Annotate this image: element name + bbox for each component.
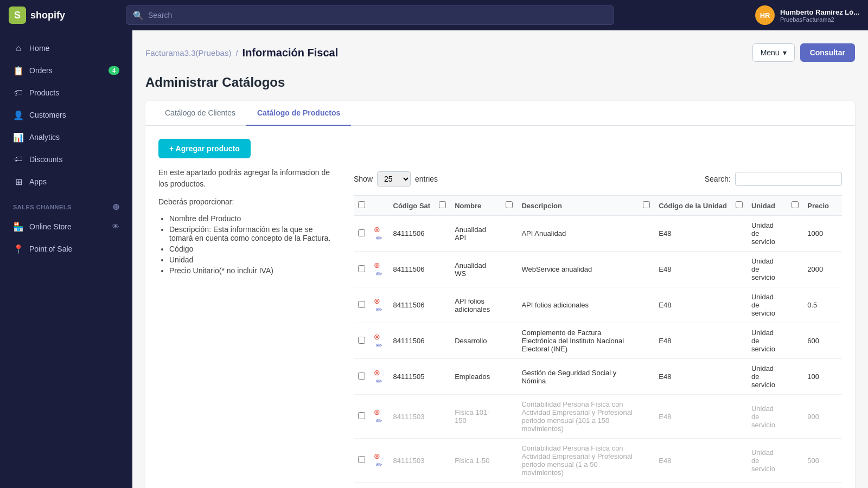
row-checkbox-3[interactable] [358, 337, 365, 344]
cell-descripcion: API folios adicionales [517, 287, 639, 323]
avatar: HR [755, 5, 775, 25]
tab-catalogo-clientes[interactable]: Catálogo de Clientes [154, 101, 246, 126]
cell-descripcion: API Anualidad [517, 216, 639, 252]
sidebar-item-products[interactable]: 🏷 Products [4, 82, 128, 104]
home-icon: ⌂ [13, 43, 24, 54]
point-of-sale-icon: 📍 [13, 243, 24, 254]
cell-descripcion: Contabilidad Persona Física con Activida… [517, 395, 639, 439]
delete-icon-5[interactable]: ⊗ [374, 408, 380, 416]
show-entries-select[interactable]: 10 25 50 100 [377, 171, 411, 187]
cell-nombre: Desarrollo [450, 323, 501, 359]
top-nav: S shopify 🔍 HR Humberto Ramírez Ló... Pr… [0, 0, 868, 30]
prompt-text: Deberás proporcionar: [158, 196, 332, 208]
requirements-list: Nombre del Producto Descripción: Esta in… [158, 214, 332, 275]
cell-codigo-unidad: E48 [654, 287, 731, 323]
cell-codigo-sat: 84111506 [389, 287, 435, 323]
sidebar-item-online-store[interactable]: 🏪 Online Store 👁 [4, 216, 128, 237]
sidebar-item-analytics[interactable]: 📊 Analytics [4, 126, 128, 148]
cell-descripcion: Gestión de Seguridad Social y Nómina [517, 359, 639, 395]
search-bar[interactable]: 🔍 [126, 5, 614, 25]
sidebar: ⌂ Home 📋 Orders 4 🏷 Products 👤 Customers… [0, 30, 132, 488]
delete-icon-6[interactable]: ⊗ [374, 452, 380, 460]
cell-codigo-sat: 84111503 [389, 439, 435, 483]
sidebar-item-orders[interactable]: 📋 Orders 4 [4, 60, 128, 81]
delete-icon-4[interactable]: ⊗ [374, 368, 380, 377]
delete-icon-1[interactable]: ⊗ [374, 261, 380, 269]
header-checkbox-nombre[interactable] [439, 201, 446, 208]
main-card: Catálogo de Clientes Catálogo de Product… [145, 101, 855, 488]
header-precio: Precio [803, 196, 833, 216]
select-all-checkbox[interactable] [358, 201, 365, 208]
cell-codigo-unidad: E48 [654, 252, 731, 287]
sidebar-item-point-of-sale[interactable]: 📍 Point of Sale [4, 238, 128, 260]
menu-button[interactable]: Menu ▾ [752, 43, 795, 62]
row-checkbox-5[interactable] [358, 412, 365, 419]
edit-icon-4[interactable]: ✏ [376, 377, 382, 386]
row-checkbox-2[interactable] [358, 301, 365, 308]
cell-codigo-unidad: E48 [654, 395, 731, 439]
delete-icon-2[interactable]: ⊗ [374, 297, 380, 305]
cell-unidad: Unidad de servicio [747, 439, 787, 483]
edit-icon-5[interactable]: ✏ [376, 416, 382, 425]
tab-catalogo-productos[interactable]: Catálogo de Productos [246, 101, 351, 126]
sidebar-item-label: Apps [29, 177, 47, 186]
edit-icon-3[interactable]: ✏ [376, 341, 382, 350]
cell-unidad: Unidad de servicio [747, 395, 787, 439]
header-unidad: Unidad [747, 196, 787, 216]
breadcrumb-current: Información Fiscal [242, 47, 339, 59]
cell-nombre: Anualidad API [450, 216, 501, 252]
delete-icon-0[interactable]: ⊗ [374, 225, 380, 234]
orders-icon: 📋 [13, 65, 24, 76]
req-precio: Precio Unitario(* no incluir IVA) [169, 266, 332, 275]
user-info: Humberto Ramírez Ló... PruebasFacturama2 [780, 8, 859, 23]
consultar-button[interactable]: Consultar [800, 43, 855, 62]
edit-icon-1[interactable]: ✏ [376, 269, 382, 278]
search-input[interactable] [148, 11, 607, 20]
shopify-logo: S shopify [9, 7, 117, 24]
sidebar-item-label: Products [29, 88, 59, 97]
table-row: ⊗ ✏ 84111506 Anualidad WS WebService anu… [354, 252, 842, 287]
breadcrumb: Facturama3.3(Pruebas) / Información Fisc… [145, 47, 338, 59]
breadcrumb-separator: / [235, 48, 238, 57]
req-descripcion: Descripción: Esta información es la que … [169, 225, 332, 242]
cell-precio: 100 [803, 359, 833, 395]
page-header: Facturama3.3(Pruebas) / Información Fisc… [145, 43, 855, 62]
table-search-input[interactable] [735, 172, 842, 186]
sidebar-item-home[interactable]: ⌂ Home [4, 37, 128, 59]
row-checkbox-1[interactable] [358, 265, 365, 272]
row-checkbox-4[interactable] [358, 373, 365, 380]
eye-icon: 👁 [112, 222, 119, 231]
cell-precio: 500 [803, 439, 833, 483]
edit-icon-2[interactable]: ✏ [376, 305, 382, 314]
cell-precio: 900 [803, 395, 833, 439]
sidebar-item-label: Orders [29, 66, 53, 75]
chevron-down-icon: ▾ [783, 48, 787, 57]
cell-codigo-sat: 84111506 [389, 216, 435, 252]
edit-icon-0[interactable]: ✏ [376, 234, 382, 242]
add-product-button[interactable]: + Agregar producto [158, 139, 251, 158]
cell-nombre: Anualidad WS [450, 252, 501, 287]
products-table: Código Sat Nombre Descripcion Código de … [354, 195, 842, 483]
header-checkbox-unidad[interactable] [736, 201, 743, 208]
table-row: ⊗ ✏ 84111505 Empleados Gestión de Seguri… [354, 359, 842, 395]
cell-nombre: API folios adicionales [450, 287, 501, 323]
req-unidad: Unidad [169, 255, 332, 264]
table-header-row: Código Sat Nombre Descripcion Código de … [354, 196, 842, 216]
delete-icon-3[interactable]: ⊗ [374, 332, 380, 341]
table-row: ⊗ ✏ 84111503 Física 1-50 Contabilidad Pe… [354, 439, 842, 483]
sidebar-item-label: Home [29, 44, 49, 53]
sidebar-item-apps[interactable]: ⊞ Apps [4, 171, 128, 192]
table-row: ⊗ ✏ 84111503 Física 101-150 Contabilidad… [354, 395, 842, 439]
table-row: ⊗ ✏ 84111506 Anualidad API API Anualidad… [354, 216, 842, 252]
row-checkbox-6[interactable] [358, 456, 365, 463]
header-checkbox-precio[interactable] [792, 201, 799, 208]
online-store-icon: 🏪 [13, 221, 24, 232]
sidebar-item-customers[interactable]: 👤 Customers [4, 104, 128, 126]
header-checkbox-codigo-unidad[interactable] [643, 201, 650, 208]
cell-codigo-sat: 84111503 [389, 395, 435, 439]
sidebar-item-discounts[interactable]: 🏷 Discounts [4, 149, 128, 170]
header-checkbox-descripcion[interactable] [506, 201, 513, 208]
add-sales-channel-icon[interactable]: ⊕ [112, 202, 120, 212]
edit-icon-6[interactable]: ✏ [376, 460, 382, 469]
row-checkbox-0[interactable] [358, 229, 365, 236]
